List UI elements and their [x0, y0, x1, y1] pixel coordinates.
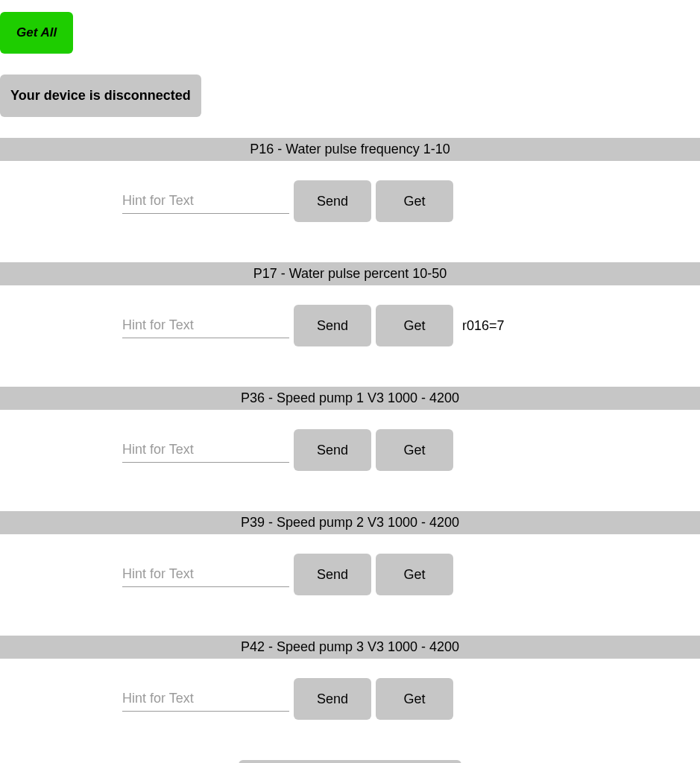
param-row-p17: Send Get r016=7	[0, 285, 700, 366]
get-button-p16[interactable]: Get	[376, 180, 453, 222]
send-button-p16[interactable]: Send	[294, 180, 371, 222]
param-readout-p17: r016=7	[462, 318, 505, 334]
param-header-p36: P36 - Speed pump 1 V3 1000 - 4200	[0, 387, 700, 410]
param-row-p16: Send Get	[0, 161, 700, 241]
param-input-p39[interactable]	[122, 562, 289, 587]
param-input-p42[interactable]	[122, 686, 289, 712]
send-button-p36[interactable]: Send	[294, 429, 371, 471]
param-row-p42: Send Get	[0, 659, 700, 739]
parameters-saved-button[interactable]: Parameters saved to the unit	[239, 760, 461, 763]
param-row-p39: Send Get	[0, 534, 700, 615]
get-button-p36[interactable]: Get	[376, 429, 453, 471]
param-header-p39: P39 - Speed pump 2 V3 1000 - 4200	[0, 511, 700, 534]
connection-status: Your device is disconnected	[0, 75, 201, 117]
param-header-p16: P16 - Water pulse frequency 1-10	[0, 138, 700, 161]
send-button-p39[interactable]: Send	[294, 554, 371, 595]
send-button-p17[interactable]: Send	[294, 305, 371, 346]
footer: Parameters saved to the unit Return	[0, 760, 700, 763]
param-row-p36: Send Get	[0, 410, 700, 490]
send-button-p42[interactable]: Send	[294, 678, 371, 720]
get-button-p39[interactable]: Get	[376, 554, 453, 595]
param-header-p42: P42 - Speed pump 3 V3 1000 - 4200	[0, 636, 700, 659]
param-header-p17: P17 - Water pulse percent 10-50	[0, 262, 700, 285]
get-button-p42[interactable]: Get	[376, 678, 453, 720]
param-input-p17[interactable]	[122, 313, 289, 338]
get-all-button[interactable]: Get All	[0, 12, 73, 54]
param-input-p16[interactable]	[122, 189, 289, 214]
param-input-p36[interactable]	[122, 437, 289, 463]
get-button-p17[interactable]: Get	[376, 305, 453, 346]
